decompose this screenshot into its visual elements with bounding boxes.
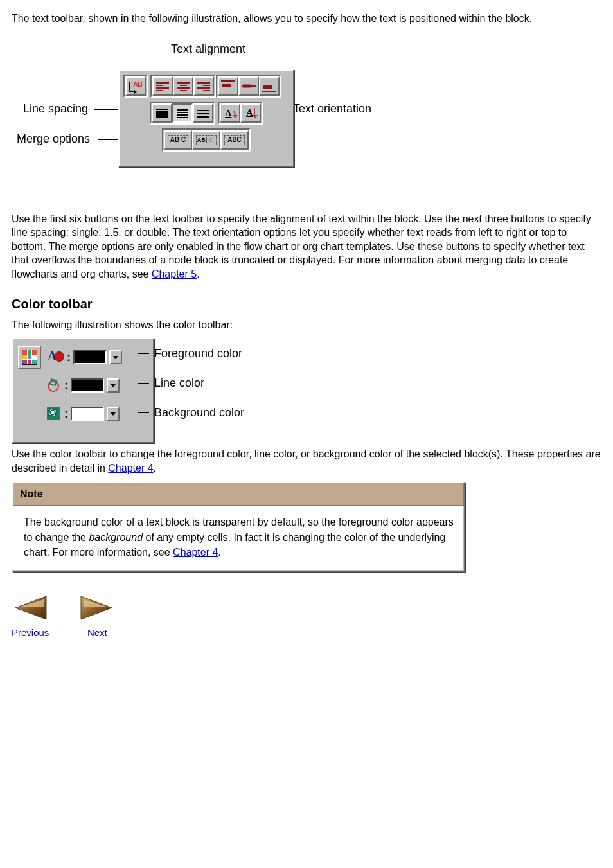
foreground-color-swatch[interactable] <box>73 350 107 364</box>
orientation-horizontal-icon: A <box>221 105 239 121</box>
callout-foreground-color: Foreground color <box>154 347 242 360</box>
svg-rect-1 <box>50 379 57 385</box>
wrap-text-button[interactable]: AB <box>125 76 146 96</box>
align-left-icon <box>156 81 169 91</box>
merge-truncate-icon: AB C <box>168 135 188 145</box>
callout-background-color: Background color <box>154 406 244 420</box>
callout-text-orientation: Text orientation <box>293 102 371 116</box>
align-right-button[interactable] <box>193 76 214 96</box>
color-palette-button-wrap <box>18 346 41 369</box>
line-color-icon <box>45 377 62 394</box>
chapter-4-link[interactable]: Chapter 4 <box>108 463 153 474</box>
merge-display-icon: ABC <box>224 135 245 145</box>
svg-marker-5 <box>15 596 46 619</box>
next-arrow-icon[interactable] <box>78 591 116 624</box>
callout-text-alignment: Text alignment <box>171 42 245 56</box>
align-right-icon <box>197 81 210 91</box>
line-spacing-double-icon <box>197 108 209 118</box>
palette-icon <box>22 350 37 365</box>
align-top-button[interactable] <box>218 76 238 96</box>
color-toolbar-heading: Color toolbar <box>12 297 601 312</box>
text-toolbar-description: Use the first six buttons on the text to… <box>12 212 601 281</box>
line-color-dropdown[interactable] <box>107 378 120 393</box>
colon: : <box>67 351 71 364</box>
note-box: Note The background color of a text bloc… <box>12 481 465 572</box>
leader-tick <box>143 378 143 388</box>
leader-line <box>138 383 149 384</box>
wrap-arrow-icon <box>129 82 132 91</box>
merge-group: AB C AB C ABC <box>162 128 251 152</box>
callout-line-spacing: Line spacing <box>23 102 88 116</box>
color-toolbar-figure: A : : <box>12 338 601 441</box>
background-color-swatch[interactable] <box>71 407 104 421</box>
orientation-group: A A <box>218 102 263 125</box>
align-center-icon <box>177 81 190 91</box>
callout-line-color: Line color <box>154 376 204 390</box>
foreground-color-icon: A <box>48 349 64 366</box>
orientation-vertical-icon: A <box>242 105 260 121</box>
intro-text: The text toolbar, shown in the following… <box>12 12 601 26</box>
orientation-vertical-button[interactable]: A <box>240 103 261 123</box>
callout-merge-options: Merge options <box>17 132 90 146</box>
foreground-color-dropdown[interactable] <box>109 350 122 364</box>
align-top-icon <box>219 78 237 94</box>
colon: : <box>64 379 68 393</box>
background-color-dropdown[interactable] <box>107 407 120 421</box>
line-spacing-double-button[interactable] <box>193 103 213 123</box>
note-emphasis: background <box>89 532 143 543</box>
background-color-icon <box>45 405 62 422</box>
note-heading: Note <box>13 483 464 506</box>
merge-truncate-button[interactable]: AB C <box>164 130 192 150</box>
colon: : <box>64 407 68 421</box>
align-bottom-button[interactable] <box>259 76 280 96</box>
align-left-button[interactable] <box>152 76 173 96</box>
color-toolbar-panel: A : : <box>12 338 154 443</box>
svg-point-0 <box>48 381 58 391</box>
line-spacing-1-5-icon <box>177 108 188 118</box>
merge-display-button[interactable]: ABC <box>220 130 249 150</box>
svg-marker-7 <box>81 596 112 619</box>
line-spacing-group <box>150 102 215 125</box>
wrap-icon: AB <box>133 80 142 88</box>
color-toolbar-intro: The following illustration shows the col… <box>12 318 601 332</box>
halign-group <box>150 75 216 98</box>
leader-tick <box>143 348 143 359</box>
color-palette-button[interactable] <box>18 346 41 369</box>
merge-overflow-icon: AB C <box>196 135 217 145</box>
leader-line <box>138 353 149 354</box>
orientation-horizontal-button[interactable]: A <box>220 103 240 123</box>
chapter-5-link[interactable]: Chapter 5 <box>152 269 197 279</box>
merge-overflow-button[interactable]: AB C <box>192 130 220 150</box>
note-body: The background color of a text block is … <box>13 506 464 571</box>
leader-tick <box>143 407 143 418</box>
wrap-group: AB <box>123 75 148 98</box>
line-spacing-single-icon <box>156 108 168 118</box>
leader-line <box>138 412 149 413</box>
text-toolbar-panel: AB <box>118 69 294 167</box>
chapter-4-link-note[interactable]: Chapter 4 <box>173 547 218 558</box>
align-bottom-icon <box>260 78 278 94</box>
previous-arrow-icon[interactable] <box>12 591 49 624</box>
valign-group <box>216 75 281 98</box>
nav-row: Previous Next <box>12 591 601 638</box>
align-middle-button[interactable] <box>238 76 259 96</box>
previous-link[interactable]: Previous <box>12 627 49 638</box>
leader-line <box>209 58 209 71</box>
text-toolbar-figure: Text alignment Line spacing Merge option… <box>12 39 601 206</box>
color-toolbar-description: Use the color toolbar to change the fore… <box>12 447 601 475</box>
line-spacing-single-button[interactable] <box>152 103 172 123</box>
align-middle-icon <box>240 78 258 94</box>
next-link[interactable]: Next <box>87 627 107 638</box>
line-spacing-1-5-button[interactable] <box>172 103 193 123</box>
align-center-button[interactable] <box>173 76 193 96</box>
line-color-swatch[interactable] <box>71 378 104 393</box>
